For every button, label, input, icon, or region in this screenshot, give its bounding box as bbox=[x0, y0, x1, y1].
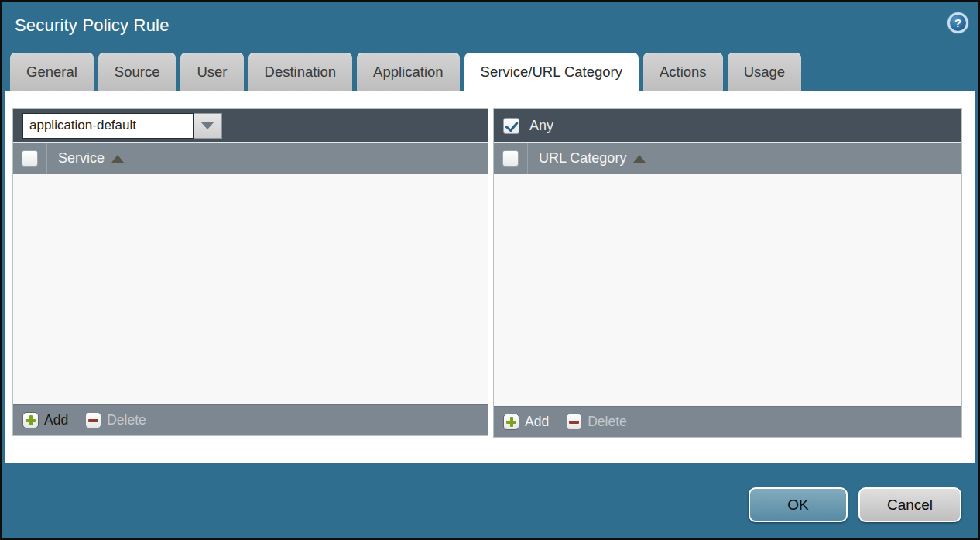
add-icon bbox=[503, 414, 519, 430]
service-column-header: Service bbox=[13, 142, 488, 174]
url-category-column-header: URL Category bbox=[494, 142, 961, 174]
tab-service-url-category[interactable]: Service/URL Category bbox=[464, 53, 639, 91]
select-all-cell bbox=[13, 143, 47, 174]
tab-bar: General Source User Destination Applicat… bbox=[10, 53, 978, 91]
url-category-footer-bar: Add Delete bbox=[494, 406, 961, 437]
tab-actions[interactable]: Actions bbox=[643, 53, 723, 91]
service-delete-button[interactable]: Delete bbox=[85, 412, 146, 428]
service-select-all-checkbox[interactable] bbox=[22, 150, 38, 167]
tab-general[interactable]: General bbox=[10, 53, 94, 91]
tab-user[interactable]: User bbox=[180, 53, 243, 91]
sort-asc-icon bbox=[111, 155, 124, 163]
tab-content-sheet: application-default Service bbox=[5, 91, 975, 463]
service-type-dropdown[interactable]: application-default bbox=[22, 113, 222, 139]
tab-application[interactable]: Application bbox=[357, 53, 460, 91]
url-category-list bbox=[494, 174, 961, 406]
dropdown-button[interactable] bbox=[194, 113, 222, 139]
help-glyph: ? bbox=[954, 16, 961, 29]
delete-icon bbox=[566, 414, 582, 430]
service-panel: application-default Service bbox=[12, 108, 488, 436]
delete-icon bbox=[85, 412, 101, 428]
tab-usage[interactable]: Usage bbox=[728, 53, 801, 91]
any-checkbox[interactable] bbox=[503, 118, 519, 134]
service-add-button[interactable]: Add bbox=[22, 412, 68, 428]
dialog-title: Security Policy Rule bbox=[15, 15, 170, 36]
url-category-add-button[interactable]: Add bbox=[503, 414, 549, 430]
any-label: Any bbox=[529, 118, 553, 134]
select-all-cell bbox=[494, 143, 528, 174]
url-category-panel: Any URL Category Add Delete bbox=[493, 108, 962, 438]
service-footer-bar: Add Delete bbox=[13, 404, 488, 435]
url-category-select-all-checkbox[interactable] bbox=[502, 150, 519, 167]
add-icon bbox=[22, 412, 39, 428]
sort-asc-icon bbox=[633, 155, 646, 163]
url-category-delete-button[interactable]: Delete bbox=[566, 414, 627, 430]
service-type-bar: application-default bbox=[13, 109, 488, 142]
cancel-button[interactable]: Cancel bbox=[858, 487, 961, 522]
ok-button[interactable]: OK bbox=[749, 487, 848, 522]
help-icon[interactable]: ? bbox=[947, 12, 968, 33]
security-policy-rule-dialog: Security Policy Rule ? General Source Us… bbox=[0, 0, 980, 540]
url-category-column-label[interactable]: URL Category bbox=[539, 150, 646, 167]
service-list bbox=[13, 174, 488, 404]
service-type-value[interactable]: application-default bbox=[22, 113, 194, 139]
tab-source[interactable]: Source bbox=[98, 53, 176, 91]
url-category-any-bar: Any bbox=[494, 109, 961, 142]
service-column-label[interactable]: Service bbox=[58, 150, 124, 167]
dialog-action-buttons: OK Cancel bbox=[749, 487, 961, 522]
tab-destination[interactable]: Destination bbox=[248, 53, 353, 91]
chevron-down-icon bbox=[200, 122, 214, 129]
